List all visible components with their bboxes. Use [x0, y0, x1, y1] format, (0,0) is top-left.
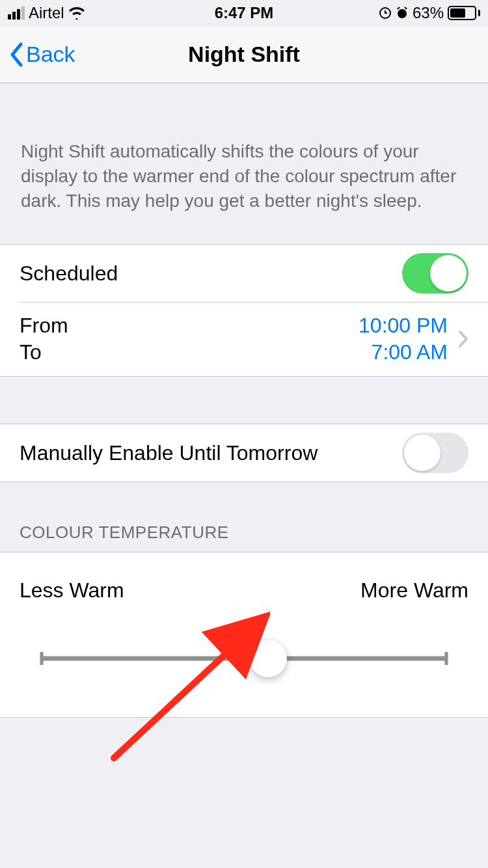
navigation-bar: Back Night Shift	[0, 26, 488, 83]
battery-percent: 63%	[413, 4, 444, 22]
more-warm-label: More Warm	[360, 578, 468, 603]
temperature-group: Less Warm More Warm	[0, 552, 488, 718]
to-time: 7:00 AM	[372, 340, 448, 364]
alarm-icon	[396, 7, 409, 20]
manual-group: Manually Enable Until Tomorrow	[0, 424, 488, 482]
to-label: To	[20, 340, 359, 364]
manual-enable-row: Manually Enable Until Tomorrow	[0, 424, 488, 481]
scheduled-row: Scheduled	[0, 245, 488, 302]
back-label: Back	[26, 42, 75, 67]
schedule-time-row[interactable]: From To 10:00 PM 7:00 AM	[0, 302, 488, 376]
manual-enable-toggle[interactable]	[402, 433, 468, 473]
status-bar: Airtel 6:47 PM 63%	[0, 0, 488, 26]
cellular-signal-icon	[8, 7, 25, 20]
back-button[interactable]: Back	[0, 42, 75, 67]
scheduled-toggle[interactable]	[402, 253, 468, 293]
battery-fill	[450, 8, 465, 18]
rotation-lock-icon	[379, 7, 392, 20]
status-time: 6:47 PM	[215, 4, 274, 22]
manual-enable-label: Manually Enable Until Tomorrow	[20, 441, 402, 465]
chevron-left-icon	[9, 42, 23, 67]
svg-point-1	[398, 9, 407, 18]
page-title: Night Shift	[188, 42, 300, 67]
carrier-label: Airtel	[29, 4, 64, 22]
status-left: Airtel	[8, 4, 85, 22]
chevron-right-icon	[458, 330, 468, 348]
night-shift-description: Night Shift automatically shifts the col…	[0, 83, 488, 244]
colour-temperature-header: COLOUR TEMPERATURE	[0, 482, 488, 552]
battery-icon	[448, 6, 480, 20]
scheduled-label: Scheduled	[20, 262, 402, 286]
temperature-slider[interactable]	[42, 639, 446, 678]
schedule-group: Scheduled From To 10:00 PM 7:00 AM	[0, 244, 488, 377]
content: Night Shift automatically shifts the col…	[0, 83, 488, 868]
from-label: From	[20, 314, 359, 338]
from-time: 10:00 PM	[359, 314, 448, 338]
less-warm-label: Less Warm	[20, 578, 124, 603]
status-right: 63%	[379, 4, 480, 22]
wifi-icon	[68, 7, 85, 20]
